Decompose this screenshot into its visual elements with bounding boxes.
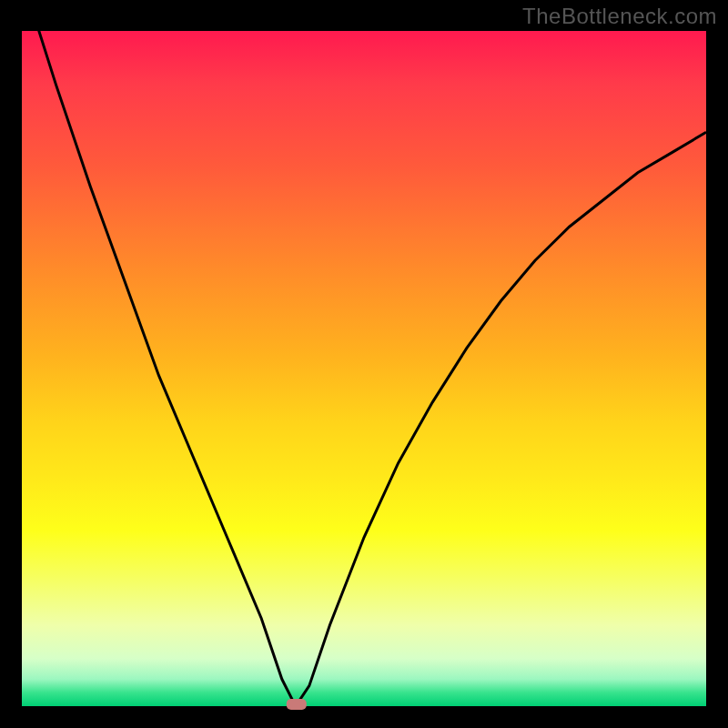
chart-container: TheBottleneck.com bbox=[0, 0, 728, 728]
curve-layer bbox=[22, 31, 706, 706]
plot-area bbox=[22, 31, 706, 706]
curve-right bbox=[296, 132, 706, 706]
attribution-text: TheBottleneck.com bbox=[522, 4, 717, 29]
minimum-marker bbox=[287, 699, 307, 710]
curve-left bbox=[22, 0, 296, 706]
